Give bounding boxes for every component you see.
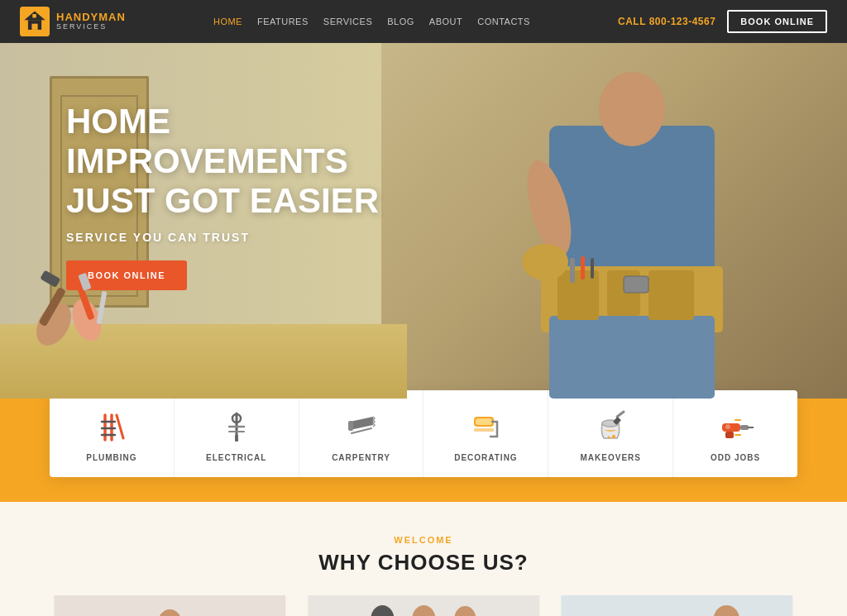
nav-services[interactable]: SERVICES xyxy=(323,17,372,26)
svg-rect-14 xyxy=(591,258,594,279)
why-section: Welcome WHY CHOOSE US? xyxy=(0,502,847,616)
why-cards xyxy=(17,595,830,616)
electrical-icon xyxy=(218,408,255,445)
why-card-img-2 xyxy=(304,595,544,616)
worker-svg xyxy=(483,43,797,399)
svg-point-48 xyxy=(612,435,615,438)
decorating-icon xyxy=(467,408,504,445)
svg-line-46 xyxy=(617,412,624,417)
service-item-plumbing[interactable]: PLUMBING xyxy=(50,390,175,477)
svg-rect-40 xyxy=(476,418,492,425)
svg-rect-37 xyxy=(348,421,353,431)
hands-illustration xyxy=(25,241,124,349)
services-bar: PLUMBING ELECTRICAL xyxy=(50,390,797,477)
carpentry-label: CARPENTRY xyxy=(332,453,390,462)
svg-rect-12 xyxy=(570,258,575,283)
hero-section: HOME IMPROVEMENTS JUST GOT EASIER SERVIC… xyxy=(0,43,847,399)
logo-services: SERVICES xyxy=(56,23,126,31)
why-card-1 xyxy=(50,595,290,616)
nav-contacts[interactable]: CONTACTS xyxy=(477,17,530,26)
svg-point-49 xyxy=(608,437,610,439)
why-card-3 xyxy=(557,595,797,616)
svg-rect-13 xyxy=(581,256,585,279)
hands-svg xyxy=(25,241,124,349)
svg-point-6 xyxy=(599,72,665,146)
logo[interactable]: HANDYMAN SERVICES xyxy=(20,7,126,36)
nav-blog[interactable]: BLOG xyxy=(387,17,414,26)
nav-right: CALL 800-123-4567 BOOK ONLINE xyxy=(618,10,827,33)
carpentry-icon xyxy=(343,408,380,445)
svg-rect-4 xyxy=(32,14,36,18)
why-card-2 xyxy=(304,595,544,616)
logo-brand: HANDYMAN xyxy=(56,12,126,23)
service-item-makeovers[interactable]: MAKEOVERS xyxy=(548,390,673,477)
why-title: WHY CHOOSE US? xyxy=(17,550,830,575)
why-card-img-1 xyxy=(50,595,290,616)
makeovers-icon xyxy=(592,408,629,445)
svg-rect-8 xyxy=(549,316,715,399)
svg-rect-53 xyxy=(725,432,734,438)
svg-rect-24 xyxy=(97,291,108,324)
svg-line-38 xyxy=(352,428,371,433)
service-item-electrical[interactable]: ELECTRICAL xyxy=(175,390,299,477)
service-item-decorating[interactable]: DECORATING xyxy=(424,390,548,477)
nav-about[interactable]: ABOUT xyxy=(429,17,462,26)
call-text: CALL 800-123-4567 xyxy=(618,16,715,27)
book-online-nav-button[interactable]: BOOK ONLINE xyxy=(727,10,827,33)
plumbing-label: PLUMBING xyxy=(86,453,136,462)
why-welcome: Welcome xyxy=(17,535,830,545)
why-card-img-3 xyxy=(557,595,797,616)
hero-title: HOME IMPROVEMENTS JUST GOT EASIER xyxy=(66,102,397,222)
services-bar-wrapper: PLUMBING ELECTRICAL xyxy=(0,399,847,502)
svg-rect-20 xyxy=(40,270,60,288)
nav-home[interactable]: HOME xyxy=(213,17,242,26)
svg-rect-51 xyxy=(740,425,749,430)
svg-rect-74 xyxy=(562,595,793,616)
svg-point-16 xyxy=(522,244,568,280)
service-item-carpentry[interactable]: CARPENTRY xyxy=(299,390,424,477)
service-item-odd-jobs[interactable]: ODD JOBS xyxy=(673,390,797,477)
svg-line-30 xyxy=(117,415,123,438)
plumbing-icon xyxy=(93,408,130,445)
svg-rect-17 xyxy=(624,276,648,293)
nav-features[interactable]: FEATURES xyxy=(257,17,309,26)
logo-icon xyxy=(20,7,50,36)
logo-text: HANDYMAN SERVICES xyxy=(56,12,126,31)
svg-rect-44 xyxy=(474,428,494,432)
svg-rect-3 xyxy=(31,24,37,30)
svg-point-54 xyxy=(725,424,730,429)
electrical-label: ELECTRICAL xyxy=(206,453,266,462)
svg-rect-35 xyxy=(235,435,238,442)
svg-rect-11 xyxy=(648,270,694,320)
nav-links: HOME FEATURES SERVICES BLOG ABOUT CONTAC… xyxy=(213,17,530,26)
odd-jobs-icon xyxy=(717,408,754,445)
decorating-label: DECORATING xyxy=(454,453,517,462)
svg-rect-50 xyxy=(722,423,740,432)
makeovers-label: MAKEOVERS xyxy=(581,453,641,462)
hero-worker xyxy=(483,43,797,399)
odd-jobs-label: ODD JOBS xyxy=(711,453,760,462)
navbar: HANDYMAN SERVICES HOME FEATURES SERVICES… xyxy=(0,0,847,43)
